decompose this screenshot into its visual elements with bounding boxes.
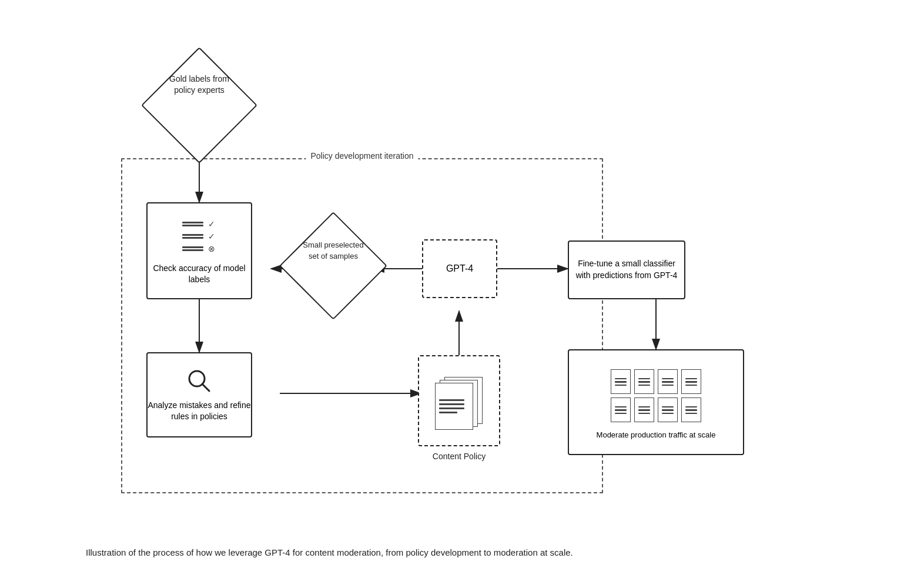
content-policy-label: Content Policy [418,451,500,463]
mini-doc-1 [611,369,631,394]
search-icon [185,367,213,395]
mini-doc-2 [634,369,654,394]
analyze-mistakes-box: Analyze mistakes and refine rules in pol… [146,352,252,437]
analyze-mistakes-label: Analyze mistakes and refine rules in pol… [148,400,251,423]
moderate-production-label: Moderate production traffic at scale [597,430,716,439]
fine-tune-box: Fine-tune a small classifier with predic… [568,240,685,299]
fine-tune-label: Fine-tune a small classifier with predic… [569,253,684,286]
gold-labels-text: Gold labels from policy experts [169,74,229,95]
diagram-area: Policy development iteration Gold labels… [86,29,838,534]
check-accuracy-label: Check accuracy of model labels [148,263,251,286]
mini-doc-5 [611,397,631,422]
mini-doc-3 [658,369,678,394]
content-policy-icon [433,374,486,427]
gpt4-box: GPT-4 [422,239,497,298]
mini-doc-8 [681,397,701,422]
check-row-2: ✓ [182,232,216,241]
mini-doc-6 [634,397,654,422]
mini-doc-7 [658,397,678,422]
moderate-production-box: Moderate production traffic at scale [568,349,744,455]
check-row-1: ✓ [182,219,216,229]
svg-line-11 [202,384,209,391]
check-accuracy-box: ✓ ✓ ⊗ Check accuracy of mo [146,202,252,299]
docs-grid [606,365,706,427]
small-preselected-text: Small preselected set of samples [303,240,363,261]
gpt4-label: GPT-4 [446,263,473,274]
content-policy-box [418,355,500,446]
checklist-icon: ✓ ✓ ⊗ [179,216,220,257]
caption: Illustration of the process of how we le… [86,546,838,560]
diagram-container: Policy development iteration Gold labels… [51,5,873,583]
mini-doc-4 [681,369,701,394]
policy-iteration-label: Policy development iteration [306,151,418,161]
check-row-3: ⊗ [182,244,216,253]
